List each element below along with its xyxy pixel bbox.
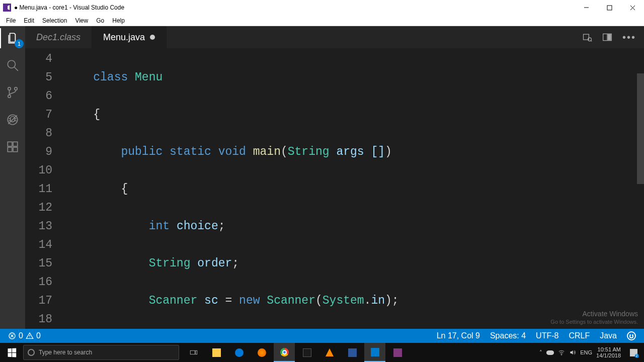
status-feedback[interactable] [624,331,639,340]
taskbar-app-chrome[interactable] [274,343,295,362]
menu-edit[interactable]: Edit [20,16,38,25]
search-icon [6,59,19,72]
svg-rect-26 [190,350,195,354]
error-icon [8,332,16,340]
svg-rect-14 [13,147,18,152]
status-bar: 0 0 Ln 17, Col 9 Spaces: 4 UTF-8 CRLF Ja… [0,329,644,343]
extensions-icon [6,140,19,153]
taskbar-app-vscode[interactable] [364,343,385,362]
tray-language[interactable]: ENG [580,349,592,355]
activity-debug[interactable] [5,112,21,128]
svg-rect-13 [8,147,12,152]
split-editor-icon[interactable] [602,32,612,42]
compare-icon[interactable] [582,32,592,42]
maximize-button[interactable] [598,0,621,15]
svg-point-16 [588,38,592,41]
taskbar-app-edge[interactable] [228,343,250,362]
vscode-logo-icon [3,4,11,12]
svg-point-28 [561,354,562,355]
activity-explorer[interactable]: 1 [5,30,21,46]
status-eol[interactable]: CRLF [566,331,593,340]
tab-label: Dec1.class [36,32,80,43]
explorer-badge: 1 [15,39,24,48]
menu-file[interactable]: File [2,16,20,25]
svg-rect-11 [8,142,12,146]
menu-go[interactable]: Go [92,16,108,25]
tray-overflow-icon[interactable]: ˄ [539,349,542,356]
bug-slash-icon [6,113,19,126]
status-cursor-position[interactable]: Ln 17, Col 9 [434,331,483,340]
onedrive-icon[interactable] [546,350,554,355]
taskbar-app-onenote[interactable] [387,343,408,362]
line-number-gutter: 456789101112131415161718 [25,48,65,329]
tray-clock[interactable]: 10:51 AM 14/1/2018 [596,346,621,358]
svg-point-4 [8,60,15,68]
task-view-button[interactable] [183,343,204,362]
action-center-button[interactable]: 2 [625,349,642,356]
warning-icon [26,332,34,340]
titlebar: ● Menu.java - core1 - Visual Studio Code [0,0,644,15]
taskbar-app-explorer[interactable] [206,343,227,362]
close-button[interactable] [621,0,644,15]
tab-dec1-class[interactable]: Dec1.class [25,26,92,48]
windows-taskbar: Type here to search ˄ ENG 10:51 AM 14/1/… [0,343,644,362]
tab-bar: Dec1.class Menu.java ••• [25,26,644,48]
taskbar-app-word[interactable] [342,343,363,362]
svg-point-8 [8,95,11,98]
svg-rect-27 [196,350,197,354]
editor-scrollbar[interactable] [637,48,644,329]
svg-rect-20 [608,34,611,40]
menu-view[interactable]: View [71,16,92,25]
modified-dot-icon [150,35,155,40]
menubar: File Edit Selection View Go Help [0,15,644,26]
status-problems[interactable]: 0 0 [5,331,44,340]
search-placeholder: Type here to search [39,349,92,356]
taskbar-app-store[interactable] [296,343,317,362]
activity-search[interactable] [5,57,21,73]
notification-icon: 2 [630,349,637,356]
svg-line-5 [14,67,18,71]
status-language[interactable]: Java [597,331,620,340]
code-editor[interactable]: 456789101112131415161718 class Menu { pu… [25,48,644,329]
minimize-button[interactable] [575,0,598,15]
menu-selection[interactable]: Selection [38,16,71,25]
taskbar-app-vlc[interactable] [319,343,340,362]
taskbar-app-firefox[interactable] [251,343,272,362]
scrollbar-thumb[interactable] [637,73,644,184]
svg-rect-1 [607,6,612,10]
windows-logo-icon [8,348,16,357]
more-actions-icon[interactable]: ••• [622,32,636,43]
code-content[interactable]: class Menu { public static void main(Str… [65,48,644,329]
activity-extensions[interactable] [5,139,21,155]
tab-menu-java[interactable]: Menu.java [92,26,167,48]
activity-bar: 1 [0,26,25,329]
cortana-icon [28,349,35,356]
svg-rect-12 [13,142,18,146]
menu-help[interactable]: Help [108,16,129,25]
editor-group: Dec1.class Menu.java ••• 456789101112131… [25,26,644,329]
svg-point-7 [15,87,17,90]
volume-icon[interactable] [569,349,576,356]
activity-scm[interactable] [5,84,21,101]
status-encoding[interactable]: UTF-8 [533,331,561,340]
wifi-icon[interactable] [558,349,565,356]
taskbar-search[interactable]: Type here to search [23,345,179,360]
system-tray: ˄ ENG 10:51 AM 14/1/2018 2 [539,346,644,358]
svg-line-17 [591,41,592,42]
tab-label: Menu.java [103,32,145,43]
svg-point-6 [8,87,11,90]
smile-icon [627,331,636,340]
branch-icon [6,86,19,99]
status-indentation[interactable]: Spaces: 4 [487,331,529,340]
start-button[interactable] [0,343,23,362]
window-title: ● Menu.java - core1 - Visual Studio Code [14,4,124,11]
